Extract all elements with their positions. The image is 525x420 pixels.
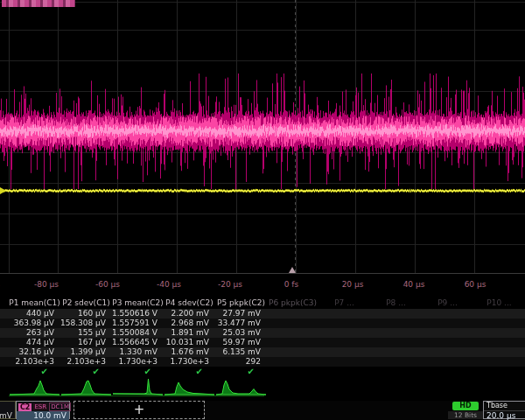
- stat-sdev-p4: 1.676 mV: [164, 347, 215, 357]
- stat-value-p3: 1.550616 V: [112, 309, 164, 318]
- c2-esr-badge: ESR: [33, 403, 47, 410]
- param-header-p8[interactable]: P8 ...: [370, 298, 422, 308]
- p2-histicon[interactable]: [60, 377, 112, 401]
- stat-max-p3: 1.556645 V: [112, 338, 164, 347]
- param-header-p3[interactable]: P3 mean(C2): [112, 298, 164, 308]
- histogram-strip: [0, 377, 525, 401]
- stat-min-p5: 25.03 mV: [215, 328, 267, 338]
- param-header-p1[interactable]: P1 mean(C1): [9, 298, 60, 308]
- param-header-p6[interactable]: P6 pkpk(C3): [267, 298, 318, 308]
- stat-min-p3: 1.550084 V: [112, 328, 164, 338]
- stat-max-p1: 474 µV: [9, 338, 60, 347]
- stat-sdev-p2: 1.399 µV: [60, 347, 112, 357]
- stat-max-p4: 10.031 mV: [164, 338, 215, 347]
- status-check-p2: ✔: [60, 367, 112, 376]
- oscilloscope-screen: -100 µs -80 µs -60 µs -40 µs -20 µs 0 fs…: [0, 0, 525, 420]
- stat-sdev-p3: 1.330 mV: [112, 347, 164, 357]
- stat-sdev-p1: 32.16 µV: [9, 347, 60, 357]
- add-trace-button[interactable]: +: [74, 401, 205, 419]
- time-axis: -100 µs -80 µs -60 µs -40 µs -20 µs 0 fs…: [0, 274, 525, 297]
- status-check-p4: ✔: [164, 367, 215, 376]
- stat-mean-p1: 363.98 µV: [9, 318, 60, 328]
- c2-channel-badge: C2: [18, 403, 32, 411]
- p4-histicon[interactable]: [164, 377, 215, 401]
- stat-mean-p2: 158.308 µV: [60, 318, 112, 328]
- time-tick-label: -40 µs: [157, 280, 181, 289]
- status-check-p1: ✔: [9, 367, 60, 376]
- stat-min-p4: 1.891 mV: [164, 328, 215, 338]
- stat-value-p2: 160 µV: [60, 309, 112, 318]
- param-header-p7[interactable]: P7 ...: [318, 298, 370, 308]
- param-header-p10[interactable]: P10 ...: [473, 298, 525, 308]
- measurement-table: P1 mean(C1)P2 sdev(C1)P3 mean(C2)P4 sdev…: [0, 298, 525, 376]
- stat-min-p2: 155 µV: [60, 328, 112, 338]
- stat-max-p2: 167 µV: [60, 338, 112, 347]
- stat-mean-p4: 2.968 mV: [164, 318, 215, 328]
- status-check-p5: ✔: [215, 367, 267, 376]
- stat-num-p3: 1.730e+3: [112, 357, 164, 367]
- c1-vertical-scale: 10.0 mV: [0, 411, 15, 420]
- c1-ground-level-marker[interactable]: [0, 187, 6, 194]
- stat-num-p2: 2.103e+3: [60, 357, 112, 367]
- waveform-traces-canvas[interactable]: [0, 0, 525, 273]
- stat-value-p4: 2.200 mV: [164, 309, 215, 318]
- time-tick-label: -60 µs: [95, 280, 120, 289]
- waveform-grid[interactable]: [0, 0, 525, 274]
- trigger-delay-label: 0 fs: [284, 280, 298, 289]
- trigger-time-marker[interactable]: [289, 267, 296, 273]
- p3-histicon[interactable]: [112, 377, 164, 401]
- stat-value-p1: 440 µV: [9, 309, 60, 318]
- timebase-scale: 20.0 µs: [484, 411, 525, 420]
- hd-resolution-label: 12 Bits: [448, 411, 483, 419]
- c2-trace-label-fragment: [2, 0, 75, 7]
- stat-num-p1: 2.103e+3: [9, 357, 60, 367]
- stat-max-p5: 59.97 mV: [215, 338, 267, 347]
- param-header-p2[interactable]: P2 sdev(C1): [60, 298, 112, 308]
- timebase-descriptor-box[interactable]: Tbase 20.0 µs: [483, 401, 525, 419]
- descriptor-bar: DC1M 10.0 mV C2 ESR DC1M 10.0 mV + HD 12…: [0, 401, 525, 420]
- param-header-p4[interactable]: P4 sdev(C2): [164, 298, 215, 308]
- time-tick-label: -80 µs: [34, 280, 59, 289]
- stat-mean-p3: 1.557591 V: [112, 318, 164, 328]
- status-check-p3: ✔: [112, 367, 164, 376]
- c2-descriptor-box[interactable]: C2 ESR DC1M 10.0 mV: [16, 401, 70, 419]
- p5-histicon[interactable]: [215, 377, 267, 401]
- time-tick-label: 60 µs: [465, 280, 486, 289]
- stat-min-p1: 263 µV: [9, 328, 60, 338]
- time-tick-label: 20 µs: [342, 280, 364, 289]
- c2-vertical-scale: 10.0 mV: [17, 411, 69, 420]
- time-tick-label: 40 µs: [403, 280, 425, 289]
- stat-sdev-p5: 6.135 mV: [215, 347, 267, 357]
- hd-mode-badge[interactable]: HD: [452, 402, 479, 410]
- c2-coupling-badge: DC1M: [49, 402, 71, 411]
- stat-num-p5: 292: [215, 357, 267, 367]
- stat-value-p5: 27.97 mV: [215, 309, 267, 318]
- timebase-label: Tbase: [484, 402, 525, 411]
- p1-histicon[interactable]: [9, 377, 60, 401]
- param-header-p9[interactable]: P9 ...: [422, 298, 473, 308]
- stat-mean-p5: 33.477 mV: [215, 318, 267, 328]
- c1-descriptor-box[interactable]: DC1M 10.0 mV: [0, 401, 16, 419]
- time-tick-label: -20 µs: [218, 280, 242, 289]
- stat-num-p4: 1.730e+3: [164, 357, 215, 367]
- param-header-p5[interactable]: P5 pkpk(C2): [215, 298, 267, 308]
